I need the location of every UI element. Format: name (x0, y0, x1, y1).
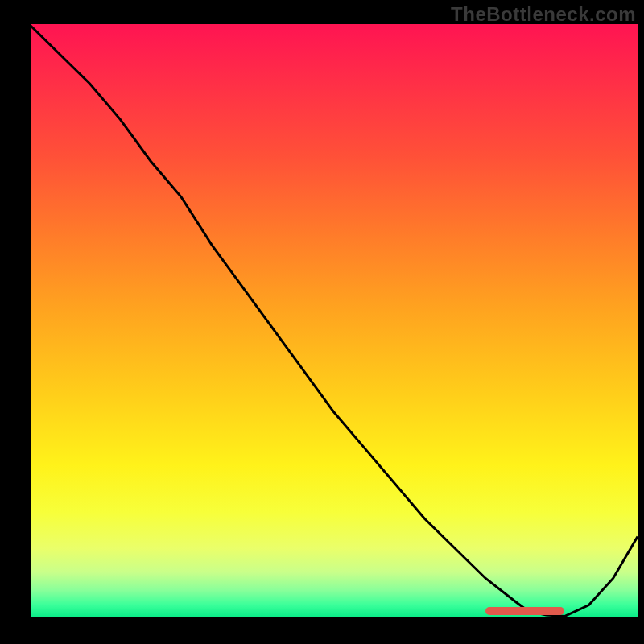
watermark-text: TheBottleneck.com (451, 3, 636, 26)
plot-area (29, 24, 638, 620)
chart-frame: TheBottleneck.com (0, 0, 644, 644)
axes-border (29, 24, 638, 620)
